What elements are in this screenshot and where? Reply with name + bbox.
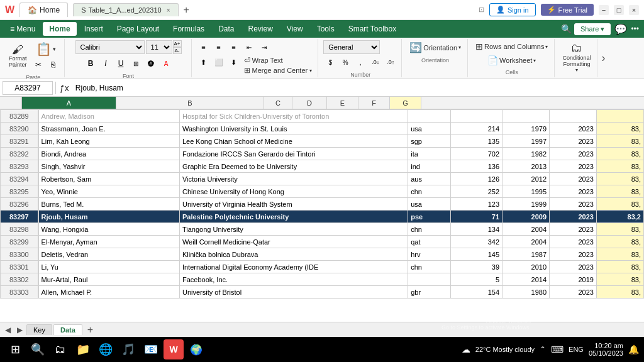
cell[interactable]: Chinese University of Hong Kong (179, 185, 408, 198)
cell[interactable]: 1999 (502, 198, 550, 211)
cell[interactable]: Fondazione IRCCS San Gerardo dei Tintori (179, 148, 408, 160)
cell[interactable]: 1987 (502, 248, 550, 261)
cell[interactable]: Weill Cornell Medicine-Qatar (179, 236, 408, 248)
cell[interactable]: aus (408, 173, 450, 185)
cell[interactable]: pse (408, 211, 450, 223)
cell[interactable]: chn (408, 223, 450, 236)
cell[interactable]: 2019 (550, 273, 597, 286)
cell[interactable]: Klinička bolnica Dubrava (179, 248, 408, 261)
decrease-decimal-button[interactable]: .0↓ (369, 55, 382, 69)
cell[interactable]: Yeo, Winnie (38, 185, 180, 198)
align-left-button[interactable]: ≡ (197, 40, 211, 54)
cell[interactable]: Graphic Era Deemed to be University (179, 160, 408, 173)
cell[interactable]: sgp (408, 135, 450, 148)
cell[interactable]: 2023 (550, 160, 597, 173)
cell[interactable]: 2023 (550, 185, 597, 198)
sheet-tab-key[interactable]: Key (26, 324, 52, 335)
menu-tab-formulas[interactable]: Formulas (167, 22, 211, 36)
menu-tab-review[interactable]: Review (242, 22, 279, 36)
cell[interactable]: 2023 (550, 148, 597, 160)
cell[interactable]: 252 (450, 185, 502, 198)
cell[interactable] (596, 110, 643, 123)
italic-button[interactable]: I (99, 57, 113, 70)
cell[interactable] (408, 273, 450, 286)
cell[interactable]: Biondi, Andrea (38, 148, 180, 160)
cell[interactable]: 83, (596, 286, 643, 299)
cell[interactable]: Li, Yu (38, 261, 180, 273)
cell[interactable]: Facebook, Inc. (179, 273, 408, 286)
cell[interactable]: University of Bristol (179, 286, 408, 299)
add-sheet-button[interactable]: + (84, 324, 97, 336)
cell[interactable]: 2023 (550, 261, 597, 273)
cell[interactable] (450, 110, 502, 123)
minimize-button[interactable]: − (599, 5, 609, 15)
orientation-button[interactable]: 🔄 Orientation ▾ (407, 40, 464, 55)
taskbar-music-icon[interactable]: 🎵 (118, 339, 138, 359)
font-color-button[interactable]: A (159, 57, 173, 70)
cell[interactable]: 83, (596, 173, 643, 185)
menu-tab-home[interactable]: Home (43, 22, 76, 36)
copy-button[interactable]: ⎘ (47, 58, 60, 72)
cell[interactable]: chn (408, 185, 450, 198)
close-tab-icon[interactable]: × (167, 7, 170, 14)
fill-color-button[interactable]: 🅐 (144, 57, 158, 70)
free-trial-button[interactable]: ⚡ Free Trial (541, 4, 594, 16)
cell[interactable]: 1995 (502, 185, 550, 198)
cell[interactable]: 134 (450, 223, 502, 236)
share-button[interactable]: Share ▾ (574, 23, 611, 35)
cell[interactable]: 83, (596, 223, 643, 236)
cell[interactable]: 2004 (502, 236, 550, 248)
cell[interactable]: 2023 (550, 198, 597, 211)
cell[interactable]: Washington University in St. Louis (179, 123, 408, 135)
paste-button[interactable]: 📋 ▾ (33, 40, 58, 58)
menu-tab-page-layout[interactable]: Page Layout (111, 22, 165, 36)
cell[interactable]: hrv (408, 248, 450, 261)
cell[interactable]: Robertson, Sam (38, 173, 180, 185)
worksheet-button[interactable]: 📄 Worksheet ▾ (485, 54, 538, 67)
increase-font-button[interactable]: A+ (173, 40, 182, 47)
cell[interactable]: Singh, Yashvir (38, 160, 180, 173)
cell[interactable] (502, 110, 550, 123)
increase-decimal-button[interactable]: .0↑ (384, 55, 397, 69)
conditional-format-button[interactable]: 🗂 ConditionalFormatting ▾ (560, 40, 593, 74)
cell[interactable]: 2010 (502, 261, 550, 273)
cell[interactable]: 2023 (550, 135, 597, 148)
bold-button[interactable]: B (84, 57, 97, 70)
wrap-text-button[interactable]: ⏎ Wrap Text (242, 55, 285, 65)
cell-reference-input[interactable] (3, 81, 53, 95)
cell[interactable]: 2023 (550, 173, 597, 185)
cell[interactable]: 136 (450, 160, 502, 173)
cell[interactable]: University of Virginia Health System (179, 198, 408, 211)
cell[interactable]: 214 (450, 123, 502, 135)
cell[interactable]: 1979 (502, 123, 550, 135)
cell[interactable]: usa (408, 198, 450, 211)
cell[interactable]: Burns, Ted M. (38, 198, 180, 211)
cell[interactable]: Palestine Polytechnic University (179, 211, 408, 223)
function-icon[interactable]: ƒx (58, 82, 70, 94)
cell[interactable]: 123 (450, 198, 502, 211)
tab-home[interactable]: 🏠 Home (19, 3, 68, 17)
cell[interactable]: 1982 (502, 148, 550, 160)
notification-icon[interactable]: 🔔 (628, 344, 639, 354)
align-bottom-button[interactable]: ⬇ (227, 55, 241, 69)
cell[interactable]: 83, (596, 148, 643, 160)
cell[interactable]: 83, (596, 160, 643, 173)
cell[interactable] (408, 110, 450, 123)
cell[interactable]: El-Menyar, Ayman (38, 236, 180, 248)
align-center-button[interactable]: ≡ (212, 40, 226, 54)
align-middle-button[interactable]: ⬜ (212, 55, 226, 69)
cell[interactable]: usa (408, 123, 450, 135)
cell[interactable]: 1980 (502, 286, 550, 299)
cell[interactable]: ita (408, 148, 450, 160)
cell[interactable]: 83,2 (596, 211, 643, 223)
cell[interactable]: Strassmann, Joan E. (38, 123, 180, 135)
align-top-button[interactable]: ⬆ (197, 55, 211, 69)
taskbar-browser-icon[interactable]: 🌐 (96, 339, 116, 359)
cut-button[interactable]: ✂ (31, 58, 45, 72)
cell[interactable] (550, 110, 597, 123)
cell[interactable]: ind (408, 160, 450, 173)
cell[interactable]: Tiangong University (179, 223, 408, 236)
cell[interactable]: 135 (450, 135, 502, 148)
cell[interactable]: International Digital Economy Academy (I… (179, 261, 408, 273)
font-size-select[interactable]: 11 (146, 40, 172, 54)
